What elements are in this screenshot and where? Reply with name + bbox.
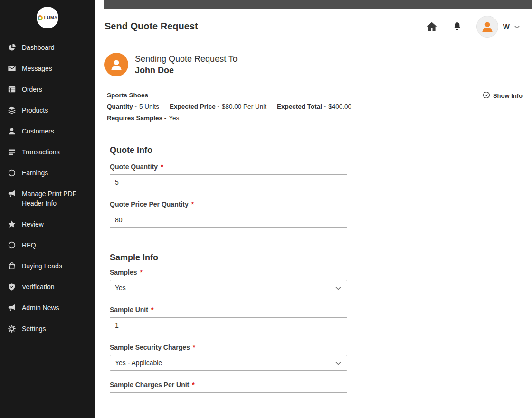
header-actions: W xyxy=(426,16,520,38)
product-name: Sports Shoes xyxy=(107,92,522,99)
sidebar-item-label: Messages xyxy=(22,64,52,73)
shield-icon xyxy=(7,282,17,291)
sidebar-item-products[interactable]: Products xyxy=(7,100,95,121)
requires-samples-pair: Requires Samples -Yes xyxy=(107,114,179,122)
sample-info-heading: Sample Info xyxy=(110,253,522,263)
products-icon xyxy=(7,105,17,114)
requires-samples-value: Yes xyxy=(169,114,179,122)
sidebar-item-label: RFQ xyxy=(22,240,36,250)
expected-price-label: Expected Price - xyxy=(170,103,219,110)
megaphone-icon xyxy=(7,303,17,312)
sidebar-item-label: Transactions xyxy=(22,147,60,157)
sample-security-charges-select-value: Yes - Applicable xyxy=(115,359,162,367)
sidebar-item-customers[interactable]: Customers xyxy=(7,121,95,142)
recipient-avatar-icon xyxy=(104,53,128,76)
user-avatar xyxy=(476,16,498,38)
sample-unit-field: Sample Unit* xyxy=(110,306,522,333)
samples-field: Samples* Yes xyxy=(110,268,522,295)
recipient-text: Sending Quote Request To John Doe xyxy=(135,54,238,76)
recipient-section: Sending Quote Request To John Doe xyxy=(104,44,522,86)
gear-icon xyxy=(7,324,17,333)
app-window: LUMA Dashboard Messages Orders Products xyxy=(0,0,532,418)
sidebar: LUMA Dashboard Messages Orders Products xyxy=(0,0,95,418)
buying-leads-icon xyxy=(7,261,17,270)
expected-total-value: $400.00 xyxy=(328,103,352,110)
content: Sending Quote Request To John Doe Sports… xyxy=(95,44,532,418)
page-title: Send Quote Request xyxy=(104,21,198,32)
bell-icon[interactable] xyxy=(452,21,462,31)
logo[interactable]: LUMA xyxy=(0,0,95,37)
sidebar-item-label: Manage Print PDF Header Info xyxy=(22,189,90,208)
user-menu[interactable]: W xyxy=(476,16,520,38)
sidebar-nav: Dashboard Messages Orders Products Custo… xyxy=(0,37,95,339)
quote-price-input[interactable] xyxy=(110,212,347,228)
expected-price-pair: Expected Price -$80.00 Per Unit xyxy=(170,103,266,110)
required-asterisk: * xyxy=(151,306,153,314)
sidebar-item-label: Buying Leads xyxy=(22,261,62,271)
sidebar-item-label: Orders xyxy=(22,85,42,94)
quote-quantity-label: Quote Quantity xyxy=(110,163,158,171)
main-area: Send Quote Request W Sending Quote Reque… xyxy=(95,0,532,418)
sidebar-item-review[interactable]: Review xyxy=(7,214,95,235)
quote-price-field: Quote Price Per Quantity* xyxy=(110,200,522,228)
luma-logo-icon xyxy=(38,15,43,20)
sidebar-item-label: Customers xyxy=(22,126,54,136)
sample-unit-input[interactable] xyxy=(110,317,347,333)
product-summary: Sports Shoes Quantity -5 Units Expected … xyxy=(104,86,522,133)
sample-charges-per-unit-input[interactable] xyxy=(110,392,347,408)
sidebar-item-buying-leads[interactable]: Buying Leads xyxy=(7,256,95,276)
sidebar-item-label: Verification xyxy=(22,282,54,292)
sample-security-charges-field: Sample Security Charges* Yes - Applicabl… xyxy=(110,343,522,370)
sidebar-item-dashboard[interactable]: Dashboard xyxy=(7,37,95,58)
sidebar-item-label: Dashboard xyxy=(22,43,55,52)
star-icon xyxy=(7,219,17,228)
product-meta-row: Quantity -5 Units Expected Price -$80.00… xyxy=(107,103,522,110)
show-info-icon xyxy=(483,91,490,100)
sample-charges-per-unit-field: Sample Charges Per Unit* xyxy=(110,381,522,408)
sidebar-item-transactions[interactable]: Transactions xyxy=(7,142,95,162)
expected-total-pair: Expected Total -$400.00 xyxy=(277,103,352,110)
samples-select[interactable]: Yes xyxy=(110,280,347,295)
sidebar-item-label: Products xyxy=(22,105,48,115)
show-info-button[interactable]: Show Info xyxy=(483,91,522,100)
sample-charges-per-unit-label: Sample Charges Per Unit xyxy=(110,381,189,389)
sample-unit-label: Sample Unit xyxy=(110,306,148,314)
quantity-value: 5 Units xyxy=(139,103,159,110)
required-asterisk: * xyxy=(192,381,194,389)
sidebar-item-verification[interactable]: Verification xyxy=(7,276,95,297)
megaphone-icon xyxy=(7,189,17,198)
sidebar-item-admin-news[interactable]: Admin News xyxy=(7,297,95,318)
requires-samples-label: Requires Samples - xyxy=(107,114,166,122)
quote-quantity-field: Quote Quantity* xyxy=(110,163,522,190)
expected-total-label: Expected Total - xyxy=(277,103,326,110)
chevron-down-icon xyxy=(335,284,341,292)
earnings-icon xyxy=(7,168,17,177)
sidebar-item-orders[interactable]: Orders xyxy=(7,79,95,100)
required-asterisk: * xyxy=(140,268,142,276)
quote-info-section: Quote Info Quote Quantity* Quote Price P… xyxy=(104,133,522,240)
dashboard-icon xyxy=(7,43,17,52)
required-asterisk: * xyxy=(161,163,163,171)
sidebar-item-label: Review xyxy=(22,219,44,229)
transactions-icon xyxy=(7,147,17,156)
sidebar-item-messages[interactable]: Messages xyxy=(7,58,95,79)
messages-icon xyxy=(7,64,17,73)
home-icon[interactable] xyxy=(426,20,438,33)
sidebar-item-rfq[interactable]: RFQ xyxy=(7,235,95,256)
sidebar-item-label: Admin News xyxy=(22,303,59,313)
quote-info-heading: Quote Info xyxy=(110,145,522,155)
sample-info-section: Sample Info Samples* Yes Sample Unit* Sa… xyxy=(104,240,522,408)
sidebar-item-settings[interactable]: Settings xyxy=(7,318,95,339)
quote-price-label: Quote Price Per Quantity xyxy=(110,200,189,208)
sidebar-item-label: Earnings xyxy=(22,168,48,178)
sample-security-charges-select[interactable]: Yes - Applicable xyxy=(110,355,347,370)
sidebar-item-earnings[interactable]: Earnings xyxy=(7,162,95,183)
recipient-name: John Doe xyxy=(135,66,238,76)
sidebar-item-manage-print-pdf-header-info[interactable]: Manage Print PDF Header Info xyxy=(7,183,95,214)
quantity-label: Quantity - xyxy=(107,103,137,110)
sidebar-item-label: Settings xyxy=(22,324,46,333)
quote-quantity-input[interactable] xyxy=(110,174,347,190)
recipient-intro: Sending Quote Request To xyxy=(135,54,238,64)
expected-price-value: $80.00 Per Unit xyxy=(222,103,266,110)
orders-icon xyxy=(7,85,17,94)
